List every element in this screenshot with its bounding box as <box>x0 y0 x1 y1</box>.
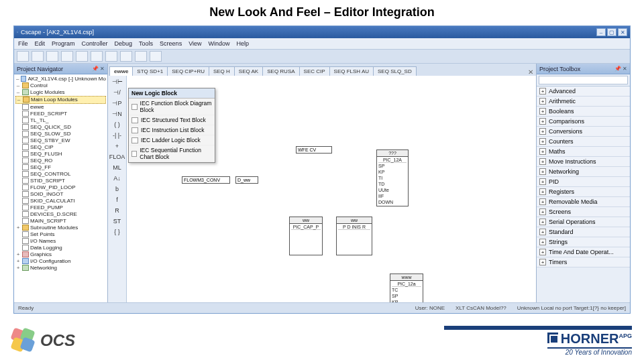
expand-icon[interactable]: + <box>539 118 546 125</box>
expand-icon[interactable]: + <box>539 239 546 245</box>
tree-item[interactable]: TL_TL_ <box>15 117 106 124</box>
toolbox-category[interactable]: +Standard <box>537 227 630 237</box>
tree-item[interactable]: +Networking <box>15 265 106 272</box>
menu-edit[interactable]: Edit <box>35 40 46 47</box>
expand-icon[interactable]: + <box>539 168 546 175</box>
expand-icon[interactable]: + <box>539 229 546 235</box>
tab[interactable]: SEQ RUSA <box>262 66 299 76</box>
menu-help[interactable]: Help <box>237 40 250 47</box>
tree-item[interactable]: FEED_PUMP <box>15 204 106 211</box>
palette-element[interactable]: + <box>111 141 124 151</box>
tree-item[interactable]: SEQ_SLOW_SD <box>15 131 106 137</box>
tab-close-icon[interactable]: ✕ <box>528 68 533 76</box>
toolbar-button[interactable] <box>76 51 88 62</box>
tree-item[interactable]: I/O Names <box>15 238 106 245</box>
toolbox-category[interactable]: +Booleans <box>537 107 630 117</box>
expand-icon[interactable]: + <box>539 219 546 225</box>
toolbar-button[interactable] <box>91 51 103 62</box>
function-block[interactable]: ???PIC_12ASPKPTITDUUteIIFDOWN <box>376 149 409 206</box>
toolbar-button[interactable] <box>150 51 162 62</box>
tab[interactable]: SEQ CIP+RU <box>167 66 209 76</box>
tab[interactable]: SEC CIP <box>299 66 330 76</box>
ctxmenu-item[interactable]: IEC Function Block Diagram Block <box>129 99 215 115</box>
function-block[interactable]: FLOWM3_CONV <box>182 176 230 184</box>
function-block[interactable]: D_ww <box>235 176 258 184</box>
expand-icon[interactable]: + <box>539 108 546 115</box>
toolbox-search-input[interactable] <box>539 76 628 84</box>
tree-subroutine[interactable]: +Subroutine Modules <box>15 225 106 231</box>
tree-item[interactable]: SOID_INGOT <box>15 191 106 198</box>
menu-debug[interactable]: Debug <box>115 40 133 47</box>
toolbox-category[interactable]: +Counters <box>537 137 630 147</box>
function-block[interactable]: wwwPIC_12aTCSPKP%TwuEnLDCOWn <box>390 274 423 302</box>
tree-item[interactable]: STID_SCRIPT <box>15 178 106 184</box>
maximize-button[interactable]: ▢ <box>607 28 616 36</box>
expand-icon[interactable]: + <box>539 148 546 155</box>
pin-icon[interactable]: 📌 ✕ <box>92 66 105 72</box>
toolbox-category[interactable]: +Registers <box>537 187 630 197</box>
palette-element[interactable]: R <box>111 206 124 215</box>
tree-main-loop[interactable]: –Main Loop Modules <box>15 96 106 104</box>
expand-icon[interactable]: + <box>539 158 546 165</box>
toolbox-category[interactable]: +Timers <box>537 257 630 267</box>
tree-control[interactable]: –Control <box>15 82 106 89</box>
tree-item[interactable]: DEVICES_D.SCRE <box>15 211 106 218</box>
project-tree[interactable]: –AK2_XL1V4.csp [-] Unknown Mo –Control –… <box>14 74 107 302</box>
expand-icon[interactable]: + <box>539 249 546 255</box>
tree-item[interactable]: SEQ_FLUSH <box>15 151 106 158</box>
palette-element[interactable]: b <box>111 184 124 194</box>
menu-view[interactable]: View <box>189 40 201 47</box>
toolbox-category[interactable]: +Comparisons <box>537 117 630 127</box>
minimize-button[interactable]: – <box>596 28 606 36</box>
expand-icon[interactable]: + <box>539 259 546 265</box>
toolbox-category[interactable]: +Networking <box>537 167 630 177</box>
toolbox-category[interactable]: +Serial Operations <box>537 217 630 227</box>
tree-item[interactable]: MAIN_SCRIPT <box>15 218 106 225</box>
tree-item[interactable]: SEQ_CIP <box>15 144 106 151</box>
tab-active[interactable]: ewwe <box>109 66 133 76</box>
tree-item[interactable]: Set Points <box>15 231 106 238</box>
tab[interactable]: SEQ H <box>209 66 235 76</box>
palette-element[interactable]: ⊣/ <box>111 88 124 97</box>
toolbox-category[interactable]: +Screens <box>537 207 630 217</box>
close-button[interactable]: ✕ <box>618 28 627 36</box>
pin-icon[interactable]: 📌 ✕ <box>614 66 627 72</box>
palette-element[interactable]: ⊣P <box>111 99 124 108</box>
expand-icon[interactable]: + <box>539 188 546 195</box>
palette-element[interactable]: FLOA <box>111 152 124 162</box>
tree-item[interactable]: ewwe <box>15 104 106 111</box>
tree-item[interactable]: +I/O Configuration <box>15 258 106 265</box>
tree-item[interactable]: Data Logging <box>15 245 106 251</box>
toolbox-category[interactable]: +Maths <box>537 147 630 157</box>
palette-element[interactable]: ⊣⊢ <box>111 77 124 86</box>
palette-element[interactable]: { } <box>111 227 124 237</box>
tree-item[interactable]: FEED_SCRIPT <box>15 111 106 117</box>
palette-element[interactable]: ⊣N <box>111 109 124 119</box>
ctxmenu-item[interactable]: IEC Instruction List Block <box>129 125 215 135</box>
palette-element[interactable]: A↓ <box>111 174 124 183</box>
expand-icon[interactable]: + <box>539 208 546 215</box>
tab[interactable]: SEQ FLSH AU <box>329 66 374 76</box>
palette-element[interactable]: f <box>111 195 124 204</box>
tree-root[interactable]: –AK2_XL1V4.csp [-] Unknown Mo <box>15 76 106 82</box>
toolbar-button[interactable] <box>32 51 44 62</box>
palette-element[interactable]: ML <box>111 163 124 172</box>
toolbar-button[interactable] <box>105 51 117 62</box>
tree-logic-modules[interactable]: –Logic Modules <box>15 89 106 96</box>
tab[interactable]: SEQ SLQ_SD <box>373 66 417 76</box>
toolbox-category[interactable]: +PID <box>537 177 630 187</box>
tree-item[interactable]: SKID_CALCULATI <box>15 198 106 204</box>
palette-element[interactable]: ST <box>111 217 124 226</box>
tree-item[interactable]: SEQ_QLICK_SD <box>15 124 106 131</box>
toolbar-button[interactable] <box>17 51 29 62</box>
tree-item[interactable]: FLOW_PID_LOOP <box>15 184 106 191</box>
toolbox-category[interactable]: +Advanced <box>537 86 630 97</box>
expand-icon[interactable]: + <box>539 138 546 145</box>
menu-program[interactable]: Program <box>52 40 75 47</box>
function-block[interactable]: wwP D INIS R <box>336 217 372 255</box>
menu-controller[interactable]: Controller <box>82 40 108 47</box>
tab[interactable]: SEQ AK <box>234 66 263 76</box>
menu-screens[interactable]: Screens <box>160 40 182 47</box>
toolbox-category[interactable]: +Move Instructions <box>537 157 630 167</box>
tree-item[interactable]: SEQ_CONTROL <box>15 171 106 178</box>
